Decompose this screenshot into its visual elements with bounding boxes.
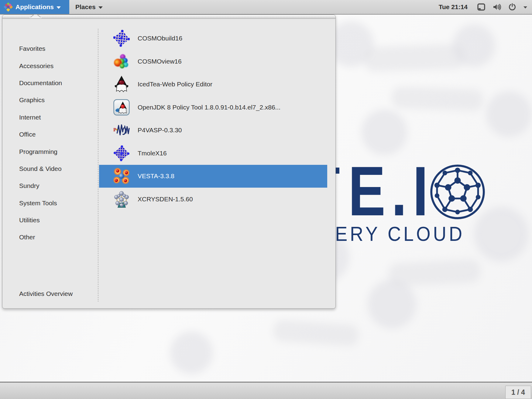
system-status-area: Tue 21:14 bbox=[439, 0, 532, 14]
duke-icon bbox=[113, 76, 130, 93]
logo-subtext: ERY CLOUD bbox=[335, 222, 465, 245]
app-label: COSMOview16 bbox=[138, 58, 182, 65]
app-item-icedtea-web-policy-editor[interactable]: IcedTea-Web Policy Editor bbox=[99, 73, 327, 96]
crystal-lattice-icon bbox=[113, 30, 130, 47]
applications-menu-panel: Favorites Accessories Documentation Grap… bbox=[2, 15, 336, 309]
dotted-separator bbox=[98, 28, 98, 301]
category-favorites[interactable]: Favorites bbox=[2, 40, 97, 57]
atom-cluster-icon bbox=[113, 191, 130, 208]
desktop-screen: E.I ERY CLOUD bbox=[0, 0, 532, 399]
panel-top-band bbox=[2, 15, 335, 19]
category-graphics[interactable]: Graphics bbox=[2, 92, 97, 109]
logo-text: E.I bbox=[348, 164, 434, 219]
tetrahedral-molecule-icon bbox=[113, 168, 130, 185]
app-label: OpenJDK 8 Policy Tool 1.8.0.91-0.b14.el7… bbox=[138, 104, 280, 111]
app-item-tmolex16[interactable]: TmoleX16 bbox=[99, 142, 327, 165]
places-label: Places bbox=[75, 3, 96, 11]
top-bar: Applications Places Tue 21:14 bbox=[0, 0, 532, 15]
volume-icon[interactable] bbox=[493, 3, 501, 11]
category-accessories[interactable]: Accessories bbox=[2, 57, 97, 74]
category-internet[interactable]: Internet bbox=[2, 109, 97, 126]
app-item-cosmobuild16[interactable]: COSMObuild16 bbox=[99, 27, 327, 50]
fullerene-ball-icon bbox=[428, 162, 487, 222]
duke-framed-icon bbox=[113, 99, 130, 116]
applications-icon bbox=[4, 2, 13, 12]
category-office[interactable]: Office bbox=[2, 126, 97, 143]
category-sundry[interactable]: Sundry bbox=[2, 177, 97, 194]
svg-text:P: P bbox=[113, 127, 116, 133]
waveform-icon: P bbox=[113, 122, 130, 139]
app-label: VESTA-3.3.8 bbox=[138, 172, 174, 180]
rainbow-molecule-icon bbox=[113, 53, 130, 70]
category-other[interactable]: Other bbox=[2, 229, 97, 246]
app-list: COSMObuild16 bbox=[99, 27, 327, 211]
app-label: TmoleX16 bbox=[138, 150, 167, 157]
app-label: P4VASP-0.3.30 bbox=[138, 127, 182, 134]
chevron-down-icon[interactable] bbox=[523, 6, 527, 9]
app-label: XCRYSDEN-1.5.60 bbox=[138, 196, 193, 203]
places-menu-button[interactable]: Places bbox=[69, 0, 109, 14]
activities-overview-button[interactable]: Activities Overview bbox=[19, 289, 73, 299]
applications-menu-button[interactable]: Applications bbox=[0, 0, 69, 14]
category-documentation[interactable]: Documentation bbox=[2, 75, 97, 92]
power-icon[interactable] bbox=[508, 3, 516, 11]
app-label: IcedTea-Web Policy Editor bbox=[138, 81, 212, 88]
applications-label: Applications bbox=[15, 3, 54, 11]
bottom-bar: 1 / 4 bbox=[0, 382, 532, 399]
category-system-tools[interactable]: System Tools bbox=[2, 195, 97, 212]
clock[interactable]: Tue 21:14 bbox=[439, 3, 468, 11]
crystal-lattice-icon bbox=[113, 145, 130, 162]
app-item-openjdk-policy-tool[interactable]: OpenJDK 8 Policy Tool 1.8.0.91-0.b14.el7… bbox=[99, 96, 327, 119]
category-list: Favorites Accessories Documentation Grap… bbox=[2, 40, 97, 246]
category-utilities[interactable]: Utilities bbox=[2, 212, 97, 229]
app-item-cosmoview16[interactable]: COSMOview16 bbox=[99, 50, 327, 73]
app-item-p4vasp[interactable]: P P4VASP-0.3.30 bbox=[99, 119, 327, 142]
app-label: COSMObuild16 bbox=[138, 35, 182, 42]
app-item-xcrysden[interactable]: XCRYSDEN-1.5.60 bbox=[99, 188, 327, 211]
workspace-indicator[interactable]: 1 / 4 bbox=[505, 386, 531, 399]
chevron-down-icon bbox=[57, 6, 61, 9]
app-item-vesta[interactable]: VESTA-3.3.8 bbox=[99, 165, 327, 188]
window-icon[interactable] bbox=[477, 3, 485, 11]
category-programming[interactable]: Programming bbox=[2, 143, 97, 160]
category-sound-video[interactable]: Sound & Video bbox=[2, 160, 97, 177]
chevron-down-icon bbox=[98, 6, 103, 9]
